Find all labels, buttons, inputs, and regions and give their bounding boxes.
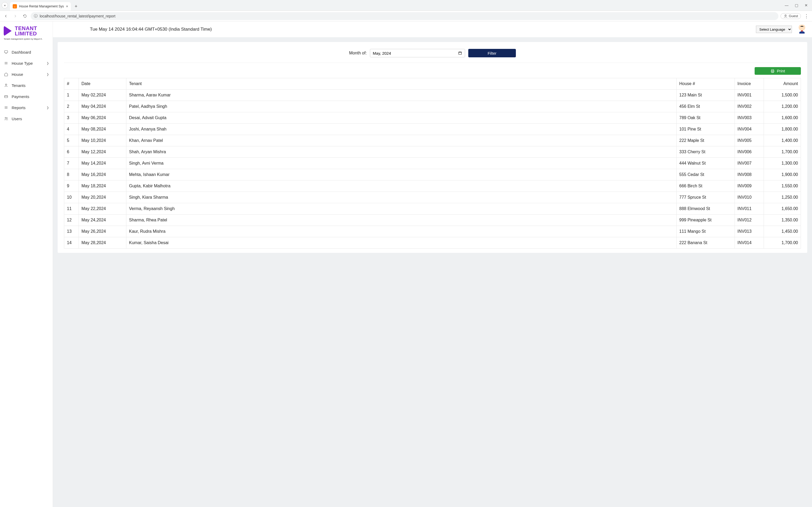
sidebar-item-users[interactable]: Users xyxy=(0,113,53,124)
svg-point-0 xyxy=(785,14,786,16)
cell-index: 10 xyxy=(64,192,79,203)
new-tab-button[interactable]: + xyxy=(72,3,80,10)
brand-line-2: LIMITED xyxy=(15,31,37,36)
sidebar-item-dashboard[interactable]: Dashboard xyxy=(0,47,53,58)
address-bar[interactable]: ⓘ localhost/house_rental_latest/ipayment… xyxy=(31,12,778,20)
table-row: 1May 02,2024Sharma, Aarav Kumar123 Main … xyxy=(64,90,801,101)
table-row: 2May 04,2024Patel, Aadhya Singh456 Elm S… xyxy=(64,101,801,112)
user-avatar[interactable] xyxy=(797,24,807,34)
cell-house: 111 Mango St xyxy=(677,226,735,237)
cell-invoice: INV014 xyxy=(735,237,764,248)
cell-index: 5 xyxy=(64,135,79,147)
table-row: 11May 22,2024Verma, Reyaansh Singh888 El… xyxy=(64,203,801,215)
cell-house: 666 Birch St xyxy=(677,180,735,192)
cell-tenant: Desai, Advait Gupta xyxy=(126,112,677,124)
house-type-icon xyxy=(4,61,8,65)
table-row: 5May 10,2024Khan, Arnav Patel222 Maple S… xyxy=(64,135,801,147)
cell-tenant: Singh, Avni Verma xyxy=(126,158,677,169)
tab-close-icon[interactable]: × xyxy=(66,4,68,8)
chevron-right-icon: ❯ xyxy=(47,73,49,76)
cell-invoice: INV006 xyxy=(735,147,764,158)
col-house: House # xyxy=(677,78,735,90)
cell-invoice: INV003 xyxy=(735,112,764,124)
url-text: localhost/house_rental_latest/ipayment_r… xyxy=(40,14,115,18)
sidebar-nav: DashboardHouse Type❯House❯TenantsPayment… xyxy=(0,47,53,124)
avatar-icon xyxy=(797,24,807,34)
dashboard-icon xyxy=(4,50,8,54)
brand-logo[interactable]: TENANT LIMITED Tenant management system … xyxy=(0,21,53,42)
col-invoice: Invoice xyxy=(735,78,764,90)
cell-date: May 02,2024 xyxy=(79,90,126,101)
cell-date: May 22,2024 xyxy=(79,203,126,215)
sidebar: TENANT LIMITED Tenant management system … xyxy=(0,21,53,507)
back-button[interactable] xyxy=(2,12,9,20)
cell-amount: 1,600.00 xyxy=(764,112,801,124)
table-row: 9May 18,2024Gupta, Kabir Malhotra666 Bir… xyxy=(64,180,801,192)
table-row: 6May 12,2024Shah, Aryan Mishra333 Cherry… xyxy=(64,147,801,158)
forward-button[interactable] xyxy=(12,12,19,20)
profile-chip[interactable]: Guest xyxy=(780,13,801,19)
cell-invoice: INV011 xyxy=(735,203,764,215)
window-close-icon[interactable]: ✕ xyxy=(805,3,808,7)
cell-tenant: Singh, Kiara Sharma xyxy=(126,192,677,203)
sidebar-item-house[interactable]: House❯ xyxy=(0,69,53,80)
chevron-right-icon: ❯ xyxy=(47,106,49,109)
cell-index: 7 xyxy=(64,158,79,169)
site-info-icon[interactable]: ⓘ xyxy=(34,14,38,18)
window-minimize-icon[interactable]: — xyxy=(785,3,789,7)
calendar-icon xyxy=(458,51,462,55)
filter-row: Month of: May, 2024 Filter xyxy=(64,46,801,63)
cell-amount: 1,550.00 xyxy=(764,180,801,192)
svg-rect-1 xyxy=(4,51,8,53)
svg-point-5 xyxy=(7,118,7,118)
reload-button[interactable] xyxy=(21,12,29,20)
print-button[interactable]: Print xyxy=(755,67,801,75)
cell-tenant: Khan, Arnav Patel xyxy=(126,135,677,147)
cell-date: May 06,2024 xyxy=(79,112,126,124)
cell-tenant: Kaur, Rudra Mishra xyxy=(126,226,677,237)
language-select[interactable]: Select Language xyxy=(756,25,792,33)
cell-index: 6 xyxy=(64,147,79,158)
print-label: Print xyxy=(777,69,785,73)
cell-amount: 1,700.00 xyxy=(764,237,801,248)
cell-index: 12 xyxy=(64,215,79,226)
cell-house: 888 Elmwood St xyxy=(677,203,735,215)
sidebar-item-reports[interactable]: Reports❯ xyxy=(0,102,53,113)
table-row: 14May 28,2024Kumar, Saisha Desai222 Bana… xyxy=(64,237,801,248)
cell-invoice: INV012 xyxy=(735,215,764,226)
cell-invoice: INV013 xyxy=(735,226,764,237)
cell-house: 101 Pine St xyxy=(677,124,735,135)
cell-house: 444 Walnut St xyxy=(677,158,735,169)
report-card: Month of: May, 2024 Filter Print xyxy=(58,42,807,253)
cell-house: 123 Main St xyxy=(677,90,735,101)
browser-menu-button[interactable]: ⋮ xyxy=(803,13,810,19)
cell-index: 3 xyxy=(64,112,79,124)
reports-icon xyxy=(4,105,8,110)
window-maximize-icon[interactable]: ▢ xyxy=(795,3,798,7)
cell-index: 9 xyxy=(64,180,79,192)
cell-house: 999 Pineapple St xyxy=(677,215,735,226)
cell-date: May 16,2024 xyxy=(79,169,126,180)
cell-tenant: Verma, Reyaansh Singh xyxy=(126,203,677,215)
cell-amount: 1,400.00 xyxy=(764,135,801,147)
cell-date: May 18,2024 xyxy=(79,180,126,192)
cell-house: 555 Cedar St xyxy=(677,169,735,180)
browser-tabs-row: ▾ ⌂ House Rental Management Sys × + — ▢ … xyxy=(0,0,812,11)
month-input[interactable]: May, 2024 xyxy=(370,49,465,57)
cell-house: 456 Elm St xyxy=(677,101,735,112)
svg-rect-3 xyxy=(4,96,8,98)
sidebar-item-house-type[interactable]: House Type❯ xyxy=(0,58,53,69)
arrow-right-icon xyxy=(13,14,17,18)
filter-button[interactable]: Filter xyxy=(468,49,516,57)
cell-invoice: INV009 xyxy=(735,180,764,192)
browser-tab[interactable]: ⌂ House Rental Management Sys × xyxy=(10,2,71,11)
col-tenant: Tenant xyxy=(126,78,677,90)
cell-index: 8 xyxy=(64,169,79,180)
sidebar-item-payments[interactable]: Payments xyxy=(0,91,53,102)
cell-tenant: Joshi, Ananya Shah xyxy=(126,124,677,135)
cell-amount: 1,350.00 xyxy=(764,215,801,226)
table-row: 13May 26,2024Kaur, Rudra Mishra111 Mango… xyxy=(64,226,801,237)
cell-amount: 1,250.00 xyxy=(764,192,801,203)
sidebar-item-tenants[interactable]: Tenants xyxy=(0,80,53,91)
tab-search-dropdown[interactable]: ▾ xyxy=(2,2,8,8)
